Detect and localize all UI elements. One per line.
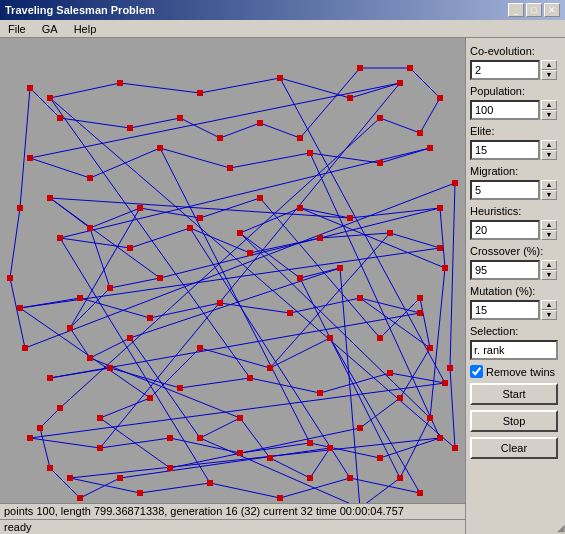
mutation-input[interactable] [470, 300, 540, 320]
crossover-input[interactable] [470, 260, 540, 280]
elite-input[interactable] [470, 140, 540, 160]
mutation-down[interactable]: ▼ [541, 310, 557, 320]
stop-button[interactable]: Stop [470, 410, 558, 432]
elite-down[interactable]: ▼ [541, 150, 557, 160]
selection-wrapper: r. rank tournament roulette [470, 340, 561, 360]
menu-help[interactable]: Help [70, 22, 101, 36]
crossover-label: Crossover (%): [470, 245, 561, 257]
resize-grip: ◢ [553, 522, 565, 534]
elite-up[interactable]: ▲ [541, 140, 557, 150]
mutation-up[interactable]: ▲ [541, 300, 557, 310]
status-text: points 100, length 799.36871338, generat… [4, 505, 404, 517]
heuristics-down[interactable]: ▼ [541, 230, 557, 240]
title-bar-buttons: _ □ ✕ [508, 3, 560, 17]
migration-up[interactable]: ▲ [541, 180, 557, 190]
population-up[interactable]: ▲ [541, 100, 557, 110]
coevolution-up[interactable]: ▲ [541, 60, 557, 70]
coevolution-down[interactable]: ▼ [541, 70, 557, 80]
menu-ga[interactable]: GA [38, 22, 62, 36]
population-down[interactable]: ▼ [541, 110, 557, 120]
canvas-area: points 100, length 799.36871338, generat… [0, 38, 465, 534]
main-area: points 100, length 799.36871338, generat… [0, 38, 565, 534]
remove-twins-label: Remove twins [486, 366, 555, 378]
coevolution-label: Co-evolution: [470, 45, 561, 57]
remove-twins-checkbox[interactable] [470, 365, 483, 378]
heuristics-up[interactable]: ▲ [541, 220, 557, 230]
title-bar-text: Traveling Salesman Problem [5, 4, 155, 16]
menu-file[interactable]: File [4, 22, 30, 36]
coevolution-input[interactable] [470, 60, 540, 80]
menu-bar: File GA Help [0, 20, 565, 38]
coevolution-spinner: ▲ ▼ [470, 60, 561, 80]
elite-spinner: ▲ ▼ [470, 140, 561, 160]
ready-text: ready [4, 521, 32, 533]
migration-input[interactable] [470, 180, 540, 200]
canvas-container [0, 38, 465, 503]
close-button[interactable]: ✕ [544, 3, 560, 17]
migration-spinner: ▲ ▼ [470, 180, 561, 200]
start-button[interactable]: Start [470, 383, 558, 405]
sidebar: Co-evolution: ▲ ▼ Population: ▲ ▼ Elite:… [465, 38, 565, 534]
elite-label: Elite: [470, 125, 561, 137]
selection-label: Selection: [470, 325, 561, 337]
status-bar: points 100, length 799.36871338, generat… [0, 503, 465, 519]
remove-twins-row: Remove twins [470, 365, 561, 378]
selection-select[interactable]: r. rank tournament roulette [470, 340, 558, 360]
population-input[interactable] [470, 100, 540, 120]
population-label: Population: [470, 85, 561, 97]
heuristics-input[interactable] [470, 220, 540, 240]
ready-bar: ready [0, 519, 465, 534]
tsp-canvas [0, 38, 465, 503]
migration-down[interactable]: ▼ [541, 190, 557, 200]
clear-button[interactable]: Clear [470, 437, 558, 459]
mutation-spinner: ▲ ▼ [470, 300, 561, 320]
crossover-up[interactable]: ▲ [541, 260, 557, 270]
maximize-button[interactable]: □ [526, 3, 542, 17]
minimize-button[interactable]: _ [508, 3, 524, 17]
population-spinner: ▲ ▼ [470, 100, 561, 120]
migration-label: Migration: [470, 165, 561, 177]
crossover-down[interactable]: ▼ [541, 270, 557, 280]
mutation-label: Mutation (%): [470, 285, 561, 297]
heuristics-spinner: ▲ ▼ [470, 220, 561, 240]
crossover-spinner: ▲ ▼ [470, 260, 561, 280]
title-bar: Traveling Salesman Problem _ □ ✕ [0, 0, 565, 20]
heuristics-label: Heuristics: [470, 205, 561, 217]
